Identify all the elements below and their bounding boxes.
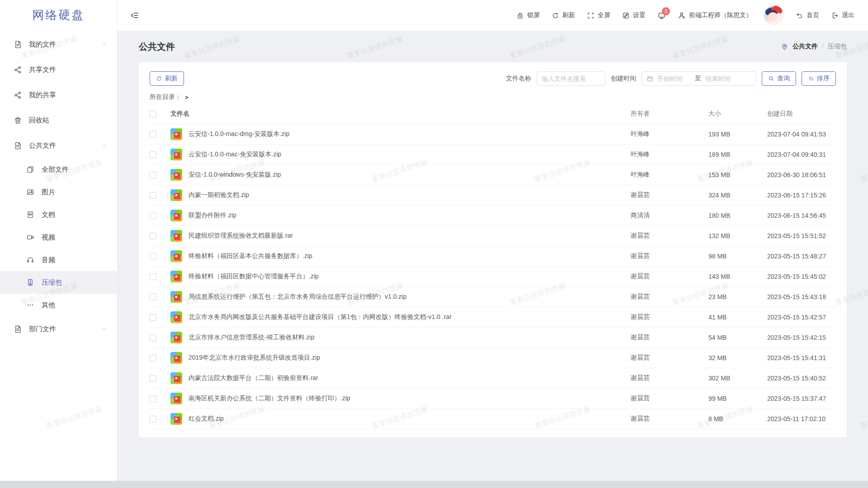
logout-icon	[831, 12, 839, 19]
file-name[interactable]: 内蒙一期初验文档.zip	[189, 191, 631, 199]
file-name[interactable]: 安信-1.0.0-windows-免安装版.zip	[189, 171, 631, 179]
breadcrumb-root[interactable]: 公共文件	[793, 42, 818, 51]
sidebar-item-department-files[interactable]: 部门文件	[0, 316, 117, 342]
file-created-date: 2023-05-11 17:02:10	[767, 415, 836, 422]
table-row[interactable]: 内蒙一期初验文档.zip 谢晨芸 324 MB 2023-06-15 17:15…	[150, 185, 836, 206]
collapse-sidebar-icon[interactable]	[130, 11, 139, 20]
start-date-input[interactable]	[657, 75, 691, 82]
sidebar-item-images[interactable]: 图片	[0, 181, 117, 203]
table-row[interactable]: 联盟办件附件.zip 商清清 180 MB 2023-06-15 14:56:4…	[150, 206, 836, 226]
row-checkbox[interactable]	[150, 294, 156, 300]
sidebar-item-recycle-bin[interactable]: 回收站	[0, 108, 117, 133]
sidebar-item-my-files[interactable]: 我的文件	[0, 32, 117, 57]
sidebar-item-all-files[interactable]: 全部文件	[0, 158, 117, 181]
table-row[interactable]: 北京市排水户信息管理系统-竣工验收材料.zip 谢晨芸 54 MB 2023-0…	[150, 328, 836, 348]
zip-file-icon	[170, 291, 182, 303]
table-row[interactable]: 局信息系统运行维护（第五包：北京市水务局综合信息平台运行维护）v1.0.zip …	[150, 287, 836, 307]
sidebar-item-documents[interactable]: 文档	[0, 203, 117, 226]
table-row[interactable]: 内蒙古法院大数据平台（二期）初验前资料.rar 谢晨芸 302 MB 2023-…	[150, 368, 836, 389]
lock-screen-button[interactable]: 锁屏	[516, 11, 540, 19]
refresh-button[interactable]: 刷新	[552, 11, 575, 19]
sidebar-item-archives[interactable]: 压缩包	[0, 271, 117, 294]
zip-file-icon	[170, 210, 182, 221]
row-checkbox[interactable]	[150, 212, 156, 219]
user-menu[interactable]: 前端工程师（陈思文）	[678, 11, 752, 19]
sidebar-item-other[interactable]: 其他	[0, 294, 117, 316]
row-checkbox[interactable]	[150, 416, 156, 422]
row-checkbox[interactable]	[150, 172, 156, 178]
file-size: 54 MB	[708, 334, 767, 341]
file-owner: 叶海峰	[631, 130, 708, 138]
row-checkbox[interactable]	[150, 334, 156, 341]
file-name[interactable]: 红会文档.zip	[189, 415, 631, 423]
row-checkbox[interactable]	[150, 151, 156, 158]
file-name[interactable]: 北京市排水户信息管理系统-竣工验收材料.zip	[189, 333, 631, 342]
file-name[interactable]: 南海区机关新办公系统（二期）文件资料（终验打印）.zip	[189, 394, 631, 403]
file-created-date: 2023-05-15 15:51:52	[767, 232, 836, 239]
user-avatar[interactable]	[764, 5, 784, 25]
row-checkbox[interactable]	[150, 395, 156, 402]
table-row[interactable]: 云安信-1.0.0-mac-免安装版本.zip 叶海峰 189 MB 2023-…	[150, 145, 836, 165]
file-name[interactable]: 终验材料（福田区数据中心管理服务平台）.zip	[189, 272, 631, 281]
file-name[interactable]: 局信息系统运行维护（第五包：北京市水务局综合信息平台运行维护）v1.0.zip	[189, 293, 631, 301]
logout-button[interactable]: 退出	[831, 11, 854, 19]
chevron-up-icon	[102, 143, 107, 148]
table-row[interactable]: 终验材料（福田区基本公共服务数据库）.zip 谢晨芸 98 MB 2023-05…	[150, 246, 836, 267]
sidebar-item-my-shares[interactable]: 我的共享	[0, 82, 117, 108]
refresh-list-button[interactable]: 刷新	[150, 71, 184, 86]
file-owner: 谢晨芸	[631, 333, 708, 342]
file-name[interactable]: 2019年北京市水行政审批系统升级改造项目.zip	[189, 354, 631, 362]
home-button[interactable]: 首页	[796, 11, 819, 19]
filename-search-input[interactable]	[537, 71, 605, 86]
file-icon	[14, 325, 22, 333]
zip-file-icon	[170, 271, 182, 282]
sidebar-item-public-files[interactable]: 公共文件	[0, 133, 117, 158]
settings-button[interactable]: 设置	[622, 11, 646, 19]
row-checkbox[interactable]	[150, 253, 156, 260]
file-created-date: 2023-05-15 15:42:15	[767, 334, 836, 341]
file-name[interactable]: 北京市水务局内网改版及公共服务基础平台建设项目（第1包：内网改版）终验验文档-v…	[189, 313, 631, 321]
sidebar-item-videos[interactable]: 视频	[0, 226, 117, 249]
date-range-picker[interactable]: 至	[642, 71, 756, 86]
sort-button[interactable]: 排序	[802, 71, 836, 86]
sidebar-item-label: 图片	[42, 188, 55, 197]
row-checkbox[interactable]	[150, 233, 156, 239]
query-button[interactable]: 查询	[762, 71, 796, 86]
row-checkbox[interactable]	[150, 131, 156, 138]
table-row[interactable]: 民建组织管理系统验收文档最新版.rar 谢晨芸 132 MB 2023-05-1…	[150, 226, 836, 246]
row-checkbox[interactable]	[150, 273, 156, 280]
file-owner: 谢晨芸	[631, 415, 708, 423]
fullscreen-button[interactable]: 全屏	[587, 11, 610, 19]
row-checkbox[interactable]	[150, 355, 156, 361]
sidebar-item-shared-files[interactable]: 共享文件	[0, 57, 117, 82]
file-name[interactable]: 云安信-1.0.0-mac-免安装版本.zip	[189, 150, 631, 159]
zip-file-icon	[170, 413, 182, 425]
end-date-input[interactable]	[705, 75, 739, 82]
table-row[interactable]: 2019年北京市水行政审批系统升级改造项目.zip 谢晨芸 32 MB 2023…	[150, 348, 836, 368]
row-checkbox[interactable]	[150, 375, 156, 382]
table-row[interactable]: 终验材料（福田区数据中心管理服务平台）.zip 谢晨芸 143 MB 2023-…	[150, 267, 836, 287]
row-checkbox[interactable]	[150, 314, 156, 321]
select-all-checkbox[interactable]	[150, 111, 156, 117]
file-size: 8 MB	[708, 415, 767, 422]
file-name[interactable]: 终验材料（福田区基本公共服务数据库）.zip	[189, 252, 631, 260]
sidebar-item-label: 公共文件	[29, 141, 56, 150]
share-icon	[14, 66, 22, 74]
table-row[interactable]: 北京市水务局内网改版及公共服务基础平台建设项目（第1包：内网改版）终验验文档-v…	[150, 307, 836, 328]
app-logo: 网络硬盘	[0, 0, 117, 30]
file-owner: 商清清	[631, 211, 708, 220]
file-name[interactable]: 内蒙古法院大数据平台（二期）初验前资料.rar	[189, 374, 631, 382]
file-name[interactable]: 联盟办件附件.zip	[189, 211, 631, 220]
directory-root-arrow[interactable]: >	[185, 94, 189, 101]
row-checkbox[interactable]	[150, 192, 156, 199]
notifications-button[interactable]: 3	[657, 11, 666, 20]
table-row[interactable]: 云安信-1.0.0-mac-dmg-安装版本.zip 叶海峰 193 MB 20…	[150, 124, 836, 145]
file-owner: 谢晨芸	[631, 272, 708, 281]
file-name[interactable]: 民建组织管理系统验收文档最新版.rar	[189, 232, 631, 240]
file-name[interactable]: 云安信-1.0.0-mac-dmg-安装版本.zip	[189, 130, 631, 138]
ellipsis-icon	[26, 301, 35, 310]
table-row[interactable]: 安信-1.0.0-windows-免安装版.zip 叶海峰 153 MB 202…	[150, 165, 836, 185]
table-row[interactable]: 红会文档.zip 谢晨芸 8 MB 2023-05-11 17:02:10	[150, 409, 836, 429]
table-row[interactable]: 南海区机关新办公系统（二期）文件资料（终验打印）.zip 谢晨芸 99 MB 2…	[150, 389, 836, 409]
sidebar-item-audio[interactable]: 音频	[0, 249, 117, 271]
